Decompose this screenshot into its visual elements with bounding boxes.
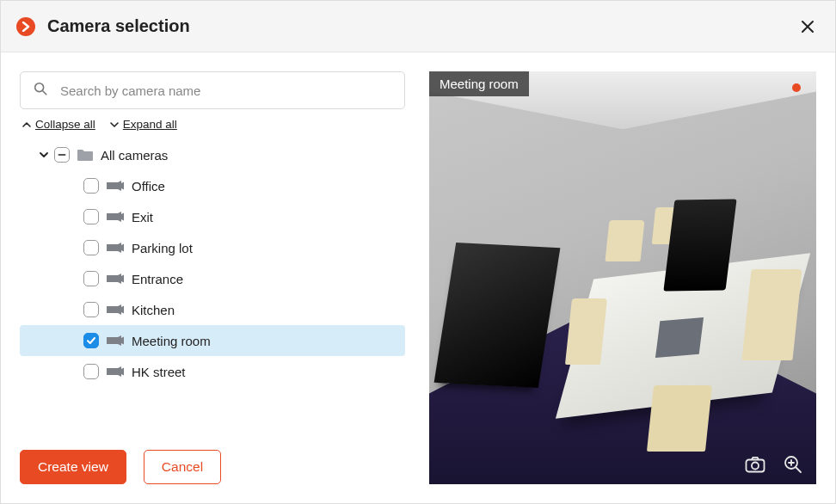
collapse-all-label: Collapse all bbox=[35, 118, 95, 131]
close-button[interactable] bbox=[796, 15, 820, 39]
camera-row[interactable]: Meeting room bbox=[20, 325, 405, 356]
expand-all-label: Expand all bbox=[123, 118, 177, 131]
cancel-button[interactable]: Cancel bbox=[144, 450, 221, 484]
group-checkbox[interactable] bbox=[54, 147, 70, 163]
camera-icon bbox=[106, 366, 125, 378]
camera-label: Office bbox=[132, 179, 165, 194]
snapshot-button[interactable] bbox=[744, 453, 766, 476]
camera-label: Meeting room bbox=[132, 334, 211, 348]
camera-checkbox[interactable] bbox=[83, 364, 99, 379]
action-bar: Create view Cancel bbox=[20, 450, 405, 484]
camera-checkbox[interactable] bbox=[83, 178, 99, 194]
camera-label: Kitchen bbox=[132, 303, 175, 317]
app-icon bbox=[16, 17, 35, 36]
dialog-header: Camera selection bbox=[1, 1, 835, 52]
camera-selection-dialog: Camera selection Collapse all Expand all bbox=[0, 0, 836, 504]
camera-icon bbox=[106, 242, 125, 254]
camera-checkbox[interactable] bbox=[83, 271, 99, 286]
svg-rect-2 bbox=[747, 460, 765, 472]
search-box[interactable] bbox=[20, 71, 405, 109]
camera-checkbox[interactable] bbox=[83, 333, 99, 348]
preview-toolbar bbox=[744, 453, 804, 476]
tree-group-all-cameras[interactable]: All cameras bbox=[20, 139, 405, 170]
camera-row[interactable]: Exit bbox=[20, 201, 405, 232]
create-view-label: Create view bbox=[38, 459, 108, 475]
chevron-up-icon bbox=[22, 120, 32, 130]
create-view-button[interactable]: Create view bbox=[20, 450, 126, 484]
camera-label: Parking lot bbox=[132, 241, 193, 255]
camera-icon bbox=[106, 273, 125, 285]
camera-icon bbox=[106, 304, 125, 316]
preview-panel: Meeting room bbox=[429, 71, 816, 484]
chevron-down-icon[interactable] bbox=[37, 148, 51, 162]
camera-row[interactable]: Entrance bbox=[20, 263, 405, 294]
search-input[interactable] bbox=[58, 83, 392, 99]
search-icon bbox=[33, 81, 48, 100]
camera-icon bbox=[106, 211, 125, 223]
left-panel: Collapse all Expand all bbox=[20, 71, 405, 484]
preview-image bbox=[429, 71, 816, 484]
camera-tree: All cameras OfficeExitParking lotEntranc… bbox=[20, 139, 405, 438]
tree-controls: Collapse all Expand all bbox=[20, 118, 405, 131]
camera-checkbox[interactable] bbox=[83, 302, 99, 317]
expand-all-button[interactable]: Expand all bbox=[109, 118, 177, 131]
camera-row[interactable]: Office bbox=[20, 170, 405, 201]
svg-point-3 bbox=[752, 463, 759, 470]
camera-icon bbox=[106, 335, 125, 347]
group-label: All cameras bbox=[101, 148, 168, 163]
camera-icon bbox=[106, 180, 125, 192]
camera-row[interactable]: Kitchen bbox=[20, 294, 405, 325]
close-icon bbox=[801, 20, 814, 34]
dialog-title: Camera selection bbox=[47, 16, 190, 36]
camera-label: HK street bbox=[132, 365, 186, 379]
collapse-all-button[interactable]: Collapse all bbox=[22, 118, 95, 131]
camera-icon bbox=[745, 456, 765, 473]
camera-checkbox[interactable] bbox=[83, 209, 99, 224]
recording-indicator-icon bbox=[792, 83, 801, 92]
cancel-label: Cancel bbox=[162, 459, 203, 475]
camera-label: Exit bbox=[132, 210, 153, 224]
svg-point-0 bbox=[35, 83, 44, 92]
camera-label: Entrance bbox=[132, 272, 183, 286]
folder-icon bbox=[77, 148, 94, 162]
camera-row[interactable]: HK street bbox=[20, 356, 405, 387]
zoom-button[interactable] bbox=[782, 453, 804, 476]
magnify-plus-icon bbox=[784, 455, 802, 474]
chevron-down-icon bbox=[109, 120, 120, 130]
camera-preview[interactable]: Meeting room bbox=[429, 71, 816, 484]
preview-camera-name: Meeting room bbox=[429, 71, 529, 96]
dialog-body: Collapse all Expand all bbox=[1, 52, 835, 503]
camera-checkbox[interactable] bbox=[83, 240, 99, 255]
camera-row[interactable]: Parking lot bbox=[20, 232, 405, 263]
